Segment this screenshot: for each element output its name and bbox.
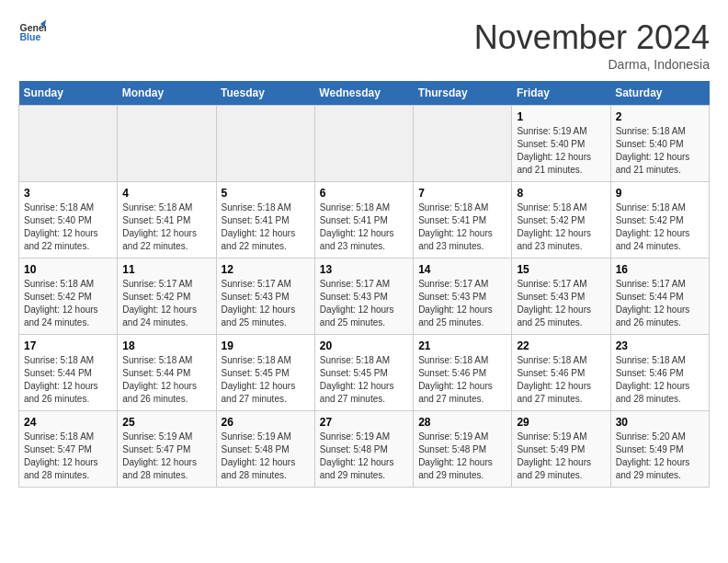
day-number: 27 [320,416,408,429]
calendar-week-row: 17Sunrise: 5:18 AMSunset: 5:44 PMDayligh… [19,335,710,411]
month-title: November 2024 [474,18,710,57]
calendar-day-cell: 15Sunrise: 5:17 AMSunset: 5:43 PMDayligh… [512,259,610,335]
day-info: Sunrise: 5:17 AMSunset: 5:43 PMDaylight:… [418,278,506,329]
day-number: 11 [122,263,210,276]
calendar-day-cell: 6Sunrise: 5:18 AMSunset: 5:41 PMDaylight… [314,182,413,259]
weekday-header-cell: Saturday [610,81,709,106]
day-info: Sunrise: 5:18 AMSunset: 5:44 PMDaylight:… [24,354,112,406]
day-info: Sunrise: 5:18 AMSunset: 5:41 PMDaylight:… [418,201,506,253]
day-info: Sunrise: 5:18 AMSunset: 5:44 PMDaylight:… [122,354,210,406]
calendar-day-cell: 7Sunrise: 5:18 AMSunset: 5:41 PMDaylight… [414,182,512,259]
day-number: 17 [24,339,112,352]
calendar-day-cell: 17Sunrise: 5:18 AMSunset: 5:44 PMDayligh… [19,335,118,411]
day-number: 8 [517,187,605,200]
day-info: Sunrise: 5:18 AMSunset: 5:40 PMDaylight:… [24,201,112,253]
day-info: Sunrise: 5:18 AMSunset: 5:45 PMDaylight:… [320,354,408,406]
calendar-day-cell: 23Sunrise: 5:18 AMSunset: 5:46 PMDayligh… [610,335,709,411]
title-block: November 2024 Darma, Indonesia [474,18,710,72]
day-number: 9 [616,187,704,200]
calendar-week-row: 24Sunrise: 5:18 AMSunset: 5:47 PMDayligh… [19,411,710,488]
calendar-day-cell [314,106,413,182]
calendar-day-cell: 5Sunrise: 5:18 AMSunset: 5:41 PMDaylight… [216,182,314,259]
calendar-day-cell [216,106,314,182]
day-info: Sunrise: 5:18 AMSunset: 5:41 PMDaylight:… [320,201,408,253]
day-number: 29 [517,416,605,429]
calendar-day-cell: 10Sunrise: 5:18 AMSunset: 5:42 PMDayligh… [19,259,118,335]
header: General Blue November 2024 Darma, Indone… [18,18,710,72]
calendar-day-cell: 27Sunrise: 5:19 AMSunset: 5:48 PMDayligh… [314,411,413,488]
day-info: Sunrise: 5:18 AMSunset: 5:46 PMDaylight:… [418,354,506,406]
calendar-day-cell: 19Sunrise: 5:18 AMSunset: 5:45 PMDayligh… [216,335,314,411]
weekday-header-cell: Thursday [414,81,512,106]
calendar-week-row: 10Sunrise: 5:18 AMSunset: 5:42 PMDayligh… [19,259,710,335]
calendar-day-cell: 20Sunrise: 5:18 AMSunset: 5:45 PMDayligh… [314,335,413,411]
day-info: Sunrise: 5:18 AMSunset: 5:40 PMDaylight:… [616,125,704,177]
calendar-day-cell: 11Sunrise: 5:17 AMSunset: 5:42 PMDayligh… [118,259,216,335]
day-info: Sunrise: 5:18 AMSunset: 5:41 PMDaylight:… [122,201,210,253]
day-number: 20 [320,339,408,352]
svg-text:Blue: Blue [20,31,41,42]
calendar-day-cell [19,106,118,182]
calendar-day-cell: 24Sunrise: 5:18 AMSunset: 5:47 PMDayligh… [19,411,118,488]
day-number: 26 [222,416,310,429]
day-info: Sunrise: 5:18 AMSunset: 5:42 PMDaylight:… [24,278,112,329]
day-info: Sunrise: 5:19 AMSunset: 5:48 PMDaylight:… [320,431,408,482]
calendar-week-row: 1Sunrise: 5:19 AMSunset: 5:40 PMDaylight… [19,106,710,182]
day-number: 22 [517,339,605,352]
calendar-day-cell: 3Sunrise: 5:18 AMSunset: 5:40 PMDaylight… [19,182,118,259]
day-number: 5 [222,187,310,200]
day-info: Sunrise: 5:18 AMSunset: 5:46 PMDaylight:… [616,354,704,406]
day-number: 25 [122,416,210,429]
calendar-day-cell: 26Sunrise: 5:19 AMSunset: 5:48 PMDayligh… [216,411,314,488]
calendar-day-cell: 4Sunrise: 5:18 AMSunset: 5:41 PMDaylight… [118,182,216,259]
calendar-day-cell: 18Sunrise: 5:18 AMSunset: 5:44 PMDayligh… [118,335,216,411]
calendar-day-cell: 14Sunrise: 5:17 AMSunset: 5:43 PMDayligh… [414,259,512,335]
calendar-day-cell: 1Sunrise: 5:19 AMSunset: 5:40 PMDaylight… [512,106,610,182]
day-info: Sunrise: 5:18 AMSunset: 5:45 PMDaylight:… [222,354,310,406]
weekday-header-cell: Monday [118,81,216,106]
day-number: 21 [418,339,506,352]
day-info: Sunrise: 5:19 AMSunset: 5:48 PMDaylight:… [222,431,310,482]
calendar-day-cell [414,106,512,182]
calendar-table: SundayMondayTuesdayWednesdayThursdayFrid… [18,81,710,488]
day-info: Sunrise: 5:19 AMSunset: 5:40 PMDaylight:… [517,125,605,177]
day-info: Sunrise: 5:18 AMSunset: 5:42 PMDaylight:… [517,201,605,253]
day-number: 18 [122,339,210,352]
day-number: 2 [616,110,704,123]
calendar-day-cell: 8Sunrise: 5:18 AMSunset: 5:42 PMDaylight… [512,182,610,259]
day-number: 6 [320,187,408,200]
day-number: 7 [418,187,506,200]
day-info: Sunrise: 5:18 AMSunset: 5:42 PMDaylight:… [616,201,704,253]
day-info: Sunrise: 5:18 AMSunset: 5:46 PMDaylight:… [517,354,605,406]
day-number: 15 [517,263,605,276]
logo: General Blue [18,18,46,46]
day-number: 4 [122,187,210,200]
day-number: 24 [24,416,112,429]
day-info: Sunrise: 5:17 AMSunset: 5:43 PMDaylight:… [517,278,605,329]
day-number: 13 [320,263,408,276]
calendar-day-cell: 16Sunrise: 5:17 AMSunset: 5:44 PMDayligh… [610,259,709,335]
weekday-header-cell: Wednesday [314,81,413,106]
day-number: 1 [517,110,605,123]
day-number: 16 [616,263,704,276]
weekday-header-row: SundayMondayTuesdayWednesdayThursdayFrid… [19,81,710,106]
day-number: 28 [418,416,506,429]
calendar-day-cell: 30Sunrise: 5:20 AMSunset: 5:49 PMDayligh… [610,411,709,488]
calendar-day-cell: 21Sunrise: 5:18 AMSunset: 5:46 PMDayligh… [414,335,512,411]
day-number: 3 [24,187,112,200]
calendar-day-cell [118,106,216,182]
day-info: Sunrise: 5:19 AMSunset: 5:48 PMDaylight:… [418,431,506,482]
day-number: 14 [418,263,506,276]
day-number: 10 [24,263,112,276]
day-number: 23 [616,339,704,352]
day-number: 19 [222,339,310,352]
calendar-day-cell: 22Sunrise: 5:18 AMSunset: 5:46 PMDayligh… [512,335,610,411]
calendar-body: 1Sunrise: 5:19 AMSunset: 5:40 PMDaylight… [19,106,710,488]
day-info: Sunrise: 5:18 AMSunset: 5:47 PMDaylight:… [24,431,112,482]
calendar-day-cell: 2Sunrise: 5:18 AMSunset: 5:40 PMDaylight… [610,106,709,182]
day-number: 30 [616,416,704,429]
calendar-day-cell: 12Sunrise: 5:17 AMSunset: 5:43 PMDayligh… [216,259,314,335]
day-info: Sunrise: 5:20 AMSunset: 5:49 PMDaylight:… [616,431,704,482]
day-info: Sunrise: 5:17 AMSunset: 5:43 PMDaylight:… [222,278,310,329]
day-info: Sunrise: 5:18 AMSunset: 5:41 PMDaylight:… [222,201,310,253]
